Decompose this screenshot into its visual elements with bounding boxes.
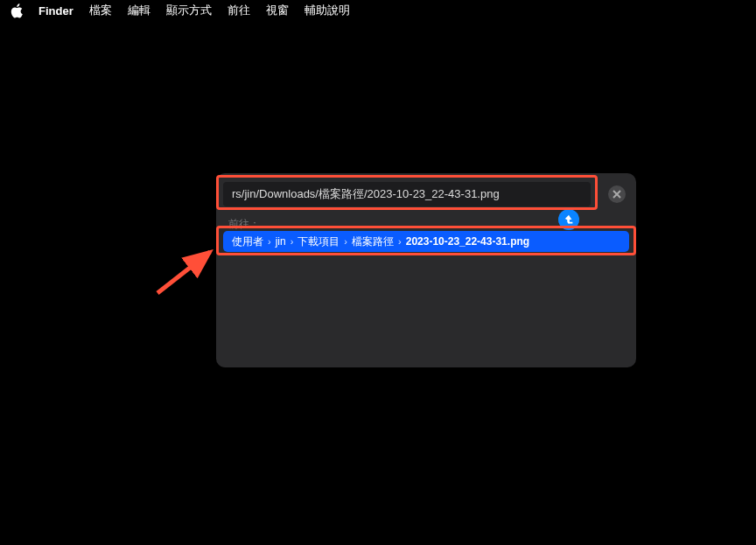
apple-logo-icon[interactable]: [10, 4, 23, 17]
breadcrumb-segment: 下載項目: [298, 234, 340, 249]
menubar-item-window[interactable]: 視窗: [266, 3, 289, 18]
menubar-item-file[interactable]: 檔案: [89, 3, 112, 18]
menubar-item-help[interactable]: 輔助說明: [304, 3, 350, 18]
breadcrumb-segment: 使用者: [232, 234, 263, 249]
goto-label: 前往：: [228, 217, 260, 232]
breadcrumb-segment-current: 2023-10-23_22-43-31.png: [406, 235, 529, 248]
chevron-right-icon: ›: [344, 236, 347, 247]
path-input-wrapper: [223, 182, 591, 206]
close-button[interactable]: [608, 185, 626, 203]
menubar-app-name[interactable]: Finder: [38, 4, 74, 17]
goto-folder-dialog: 前往： 使用者 › jin › 下載項目 › 檔案路徑 › 2023-10-23…: [216, 173, 636, 367]
breadcrumb-segment: jin: [276, 235, 286, 248]
path-suggestion-row[interactable]: 使用者 › jin › 下載項目 › 檔案路徑 › 2023-10-23_22-…: [223, 231, 629, 252]
close-icon: [612, 190, 621, 199]
annotation-arrow-icon: [153, 245, 223, 297]
breadcrumb-segment: 檔案路徑: [352, 234, 394, 249]
chevron-right-icon: ›: [398, 236, 402, 247]
menubar-item-go[interactable]: 前往: [228, 3, 250, 18]
menubar-item-view[interactable]: 顯示方式: [166, 3, 212, 18]
path-input[interactable]: [223, 182, 591, 206]
enter-pill-button[interactable]: [558, 209, 579, 230]
menubar: Finder 檔案 編輯 顯示方式 前往 視窗 輔助說明: [0, 0, 756, 21]
svg-line-2: [158, 252, 210, 293]
chevron-right-icon: ›: [268, 236, 271, 247]
enter-arrow-icon: [563, 213, 575, 226]
menubar-item-edit[interactable]: 編輯: [128, 3, 150, 18]
chevron-right-icon: ›: [290, 236, 294, 247]
